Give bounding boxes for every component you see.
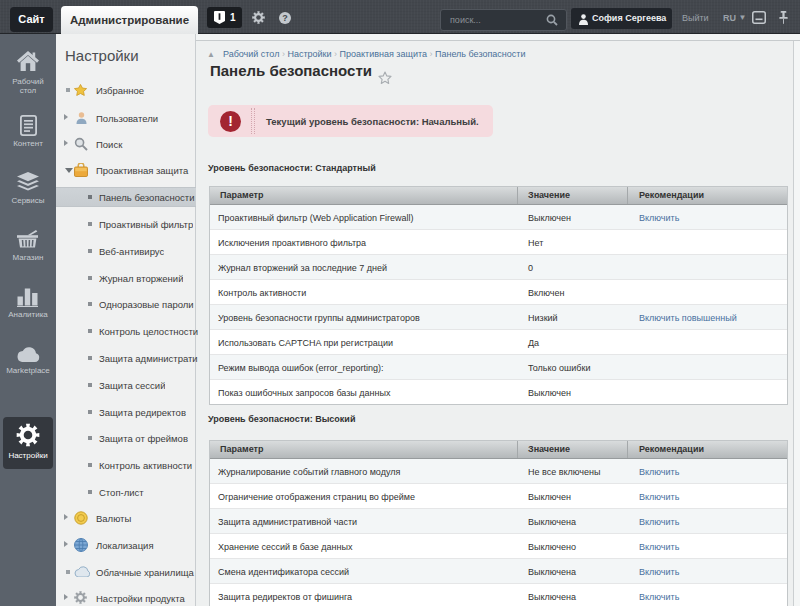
svg-text:?: ?	[282, 13, 288, 23]
